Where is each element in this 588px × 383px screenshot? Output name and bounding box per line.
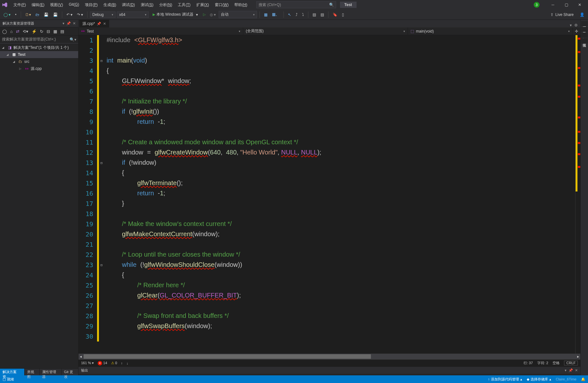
indent-indicator[interactable]: 空格 [553, 361, 560, 365]
solution-name-label[interactable]: Test [340, 2, 357, 8]
bottom-tab[interactable]: 类视图 [25, 369, 40, 375]
code-line[interactable]: 26 glClear(GL_COLOR_BUFFER_BIT); [79, 290, 575, 301]
code-line[interactable]: 19 /* Make the window's context current … [79, 219, 575, 229]
platform-dropdown[interactable]: x64 [117, 11, 149, 18]
code-line[interactable]: 24 { [79, 270, 575, 280]
menu-item[interactable]: 测试(S) [138, 1, 156, 9]
properties-icon[interactable]: ▤ [59, 28, 65, 34]
home-icon[interactable]: ⌂ [9, 28, 14, 34]
switch-icon[interactable]: ⇄ [15, 28, 20, 34]
rail-tab[interactable]: 服务器资源管理器 [581, 21, 588, 26]
code-line[interactable]: 29 glfwSwapBuffers(window); [79, 321, 575, 331]
gear-icon[interactable]: ⚙ [574, 23, 578, 27]
auto-dropdown[interactable]: 自动 [219, 11, 257, 18]
source-control-button[interactable]: ↑ 添加到源代码管理 ▴ [488, 377, 522, 382]
menu-item[interactable]: 调试(D) [119, 1, 138, 9]
bottom-tab[interactable]: 解决方案资... [0, 369, 25, 375]
menu-item[interactable]: Git(G) [66, 1, 82, 9]
nav-up-icon[interactable]: ↑ [121, 361, 123, 365]
cursor-icon[interactable]: ↖ [286, 11, 293, 18]
code-line[interactable]: 12 window = glfwCreateWindow(640, 480, "… [79, 147, 575, 158]
bottom-tab[interactable]: 属性管理器 [40, 369, 61, 375]
run-debugger-button[interactable]: ▶本地 Windows 调试器▾ [150, 11, 200, 18]
rail-tab[interactable]: 工具箱 [581, 27, 588, 32]
code-line[interactable]: 14 { [79, 168, 575, 178]
step-icon-1[interactable]: ⤴ [294, 11, 299, 18]
find-icon[interactable]: ▯ [340, 11, 346, 18]
menu-item[interactable]: 视图(V) [48, 1, 65, 9]
comment-icon[interactable]: ▤ [311, 11, 318, 18]
menu-item[interactable]: 窗口(W) [212, 1, 231, 9]
horizontal-scrollbar[interactable]: ◂ ▸ [79, 354, 580, 359]
code-line[interactable]: 11 /* Create a windowed mode window and … [79, 137, 575, 147]
code-editor[interactable]: 1#include <GLFW/glfw3.h>23⊟int main(void… [79, 35, 580, 354]
close-tab-icon[interactable]: ✕ [103, 22, 106, 26]
file-node[interactable]: ▷++ 源.cpp [0, 65, 78, 72]
code-line[interactable]: 7 /* Initialize the library */ [79, 96, 575, 107]
pin-icon[interactable]: 📌 [66, 21, 71, 26]
folder-node[interactable]: ◢🗀 src [0, 58, 78, 65]
menu-item[interactable]: 扩展(X) [194, 1, 212, 9]
save-button[interactable]: 💾 [42, 11, 50, 18]
code-line[interactable]: 15 glfwTerminate(); [79, 178, 575, 188]
collapse-icon[interactable]: ⊟ [46, 28, 51, 34]
code-line[interactable]: 5 GLFWwindow* window; [79, 76, 575, 86]
code-line[interactable]: 27 [79, 301, 575, 311]
code-line[interactable]: 23⊟ while (!glfwWindowShouldClose(window… [79, 260, 575, 270]
code-line[interactable]: 4{ [79, 66, 575, 76]
code-line[interactable]: 25 /* Render here */ [79, 280, 575, 290]
minimize-button[interactable]: ─ [547, 0, 559, 9]
code-line[interactable]: 1#include <GLFW/glfw3.h> [79, 35, 575, 45]
filter-icon[interactable]: ⚡ [31, 28, 38, 34]
menu-item[interactable]: 帮助(H) [232, 1, 250, 9]
config-dropdown[interactable]: Debug [90, 11, 116, 18]
show-all-icon[interactable]: ▦ [52, 28, 58, 34]
menu-item[interactable]: 分析(N) [157, 1, 175, 9]
rail-tab[interactable]: 属性 [581, 38, 588, 43]
menu-item[interactable]: 生成(B) [101, 1, 119, 9]
overview-ruler[interactable] [575, 35, 580, 354]
pin-icon[interactable]: 📌 [97, 22, 101, 26]
menu-item[interactable]: 文件(F) [11, 1, 28, 9]
menu-item[interactable]: 工具(T) [175, 1, 193, 9]
quick-search-input[interactable]: 搜索 (Ctrl+Q) 🔍 [256, 1, 336, 8]
code-line[interactable]: 21 [79, 239, 575, 250]
nav-scope-dropdown[interactable]: (全局范围) [243, 27, 408, 35]
step-icon-2[interactable]: ⤵ [300, 11, 305, 18]
uncomment-icon[interactable]: ▤ [319, 11, 326, 18]
refresh-icon[interactable]: ↻ [39, 28, 44, 34]
code-line[interactable]: 22 /* Loop until the user closes the win… [79, 250, 575, 260]
notification-badge[interactable]: 3 [534, 2, 539, 8]
menu-item[interactable]: 项目(P) [82, 1, 100, 9]
repo-button[interactable]: ◆ 选择存储库 ▴ [527, 377, 551, 382]
eol-indicator[interactable]: CRLF [564, 361, 578, 365]
save-all-button[interactable]: 💾 [51, 11, 59, 18]
dropdown-icon[interactable]: ▾ [63, 21, 64, 26]
nav-back-button[interactable]: ◯ ▾ [2, 11, 12, 18]
code-line[interactable]: 18 [79, 209, 575, 219]
maximize-button[interactable]: ▢ [560, 0, 573, 9]
code-line[interactable]: 9 return -1; [79, 117, 575, 127]
solexp-search-input[interactable]: 搜索解决方案资源管理器(Ctrl+;) 🔍▾ [0, 36, 78, 43]
line-indicator[interactable]: 行: 37 [524, 361, 533, 365]
code-line[interactable]: 2 [79, 45, 575, 56]
nav-fwd-button[interactable]: • [13, 11, 18, 18]
code-line[interactable]: 28 /* Swap front and back buffers */ [79, 311, 575, 321]
live-share-button[interactable]: ⇪ Live Share [547, 12, 577, 17]
undo-button[interactable]: ↶ ▾ [65, 11, 74, 18]
toolbox-icon-2[interactable]: ▦。 [270, 11, 281, 18]
code-line[interactable]: 13⊟ if (!window) [79, 158, 575, 168]
code-line[interactable]: 17 } [79, 199, 575, 209]
code-line[interactable]: 20 glfwMakeContextCurrent(window); [79, 229, 575, 239]
warning-count[interactable]: ⚠ 0 [111, 361, 117, 365]
solution-tree[interactable]: ◢◨ 解决方案"Test"(1 个项目/共 1 个) ◢⊞ Test ◢🗀 sr… [0, 43, 78, 375]
start-no-debug-icon[interactable]: ▷ [203, 12, 206, 17]
back-icon[interactable]: ◯ [1, 28, 8, 34]
account-icon[interactable]: 👤 [578, 11, 586, 18]
debug-target-icon[interactable]: ◎ ▾ [208, 11, 217, 18]
tab-overflow-icon[interactable]: ▾ [570, 23, 572, 27]
code-line[interactable]: 6 [79, 86, 575, 96]
sync-icon[interactable]: ⟲▾ [22, 28, 29, 34]
rail-tab[interactable]: 通知 [581, 33, 588, 38]
nav-project-dropdown[interactable]: ++Test [79, 27, 243, 35]
